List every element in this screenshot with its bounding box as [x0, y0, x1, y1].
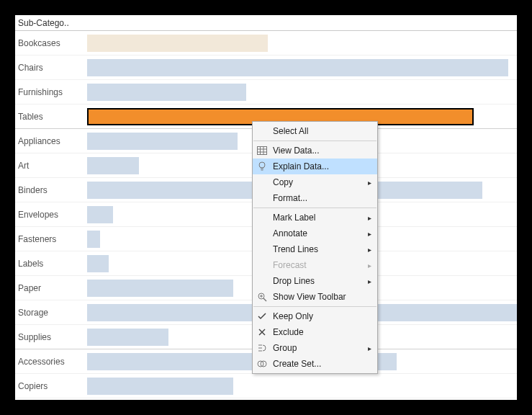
bar-cell — [87, 80, 517, 104]
row-label[interactable]: Binders — [15, 185, 87, 195]
submenu-arrow-icon: ▸ — [364, 262, 371, 269]
bar-cell — [87, 55, 517, 79]
group-icon — [256, 342, 269, 354]
context-menu: Select AllView Data...Explain Data...Cop… — [252, 121, 378, 374]
row-label[interactable]: Fasteners — [15, 234, 87, 244]
table-row: Furnishings — [15, 80, 517, 104]
bar[interactable] — [87, 378, 233, 395]
menu-item-label: Format... — [273, 193, 371, 203]
row-label[interactable]: Bookcases — [15, 38, 87, 48]
submenu-arrow-icon: ▸ — [364, 246, 371, 254]
bar[interactable] — [87, 231, 100, 248]
row-label[interactable]: Accessories — [15, 357, 87, 367]
table-icon — [256, 145, 269, 156]
zoom-icon — [256, 291, 269, 303]
menu-item-label: Drop Lines — [273, 276, 364, 286]
menu-item[interactable]: Annotate▸ — [253, 226, 377, 241]
menu-item-label: Create Set... — [273, 359, 371, 369]
menu-item-label: View Data... — [273, 146, 371, 156]
bar[interactable] — [87, 133, 238, 150]
set-icon — [256, 358, 269, 370]
row-label[interactable]: Copiers — [15, 381, 87, 391]
submenu-arrow-icon: ▸ — [364, 230, 371, 238]
bar-cell — [87, 374, 517, 398]
menu-item-label: Exclude — [273, 327, 371, 337]
blank-icon — [256, 177, 269, 188]
submenu-arrow-icon: ▸ — [364, 214, 371, 222]
column-header-subcategory[interactable]: Sub-Catego.. — [15, 18, 87, 28]
row-label[interactable]: Tables — [15, 112, 87, 122]
blank-icon — [256, 228, 269, 239]
bulb-icon — [256, 161, 269, 172]
menu-item-label: Keep Only — [273, 311, 371, 321]
blank-icon — [256, 259, 269, 271]
menu-item[interactable]: Select All — [253, 123, 377, 139]
bar[interactable] — [87, 35, 268, 52]
bar[interactable] — [87, 157, 139, 174]
table-row: Bookcases — [15, 31, 517, 55]
submenu-arrow-icon: ▸ — [364, 277, 371, 285]
blank-icon — [256, 192, 269, 204]
menu-item[interactable]: Show View Toolbar — [253, 289, 377, 305]
menu-item-label: Annotate — [273, 228, 364, 238]
menu-item[interactable]: Group▸ — [253, 340, 377, 356]
menu-item-label: Forecast — [273, 260, 364, 270]
menu-item[interactable]: Explain Data... — [253, 159, 377, 174]
table-row: Chairs — [15, 55, 517, 80]
menu-item[interactable]: Drop Lines▸ — [253, 273, 377, 289]
menu-item-label: Select All — [273, 126, 371, 136]
menu-item[interactable]: View Data... — [253, 143, 377, 159]
blank-icon — [256, 125, 269, 137]
menu-item-label: Group — [273, 343, 364, 353]
bar[interactable] — [87, 255, 109, 272]
menu-item[interactable]: Exclude — [253, 324, 377, 340]
row-label[interactable]: Supplies — [15, 332, 87, 342]
column-header-row: Sub-Catego.. — [15, 15, 517, 31]
table-row: Copiers — [15, 374, 517, 398]
row-label[interactable]: Chairs — [15, 63, 87, 73]
menu-separator — [253, 208, 377, 208]
bar[interactable] — [87, 280, 233, 297]
bar[interactable] — [87, 206, 113, 223]
row-label[interactable]: Appliances — [15, 136, 87, 146]
menu-item-label: Copy — [273, 177, 364, 187]
svg-point-5 — [259, 162, 265, 168]
menu-item: Forecast▸ — [253, 257, 377, 273]
svg-rect-0 — [258, 147, 267, 155]
menu-item[interactable]: Create Set... — [253, 356, 377, 372]
bar[interactable] — [87, 329, 168, 346]
menu-item[interactable]: Mark Label▸ — [253, 210, 377, 226]
check-icon — [256, 311, 269, 322]
menu-item-label: Explain Data... — [273, 161, 371, 171]
blank-icon — [256, 212, 269, 223]
submenu-arrow-icon: ▸ — [364, 179, 371, 187]
menu-item-label: Mark Label — [273, 213, 364, 223]
row-label[interactable]: Storage — [15, 308, 87, 318]
svg-line-9 — [263, 298, 266, 301]
submenu-arrow-icon: ▸ — [364, 344, 371, 352]
menu-item[interactable]: Keep Only — [253, 308, 377, 324]
row-label[interactable]: Art — [15, 161, 87, 171]
row-label[interactable]: Paper — [15, 283, 87, 293]
blank-icon — [256, 275, 269, 287]
blank-icon — [256, 244, 269, 255]
menu-item[interactable]: Trend Lines▸ — [253, 241, 377, 257]
row-label[interactable]: Furnishings — [15, 87, 87, 97]
menu-separator — [253, 140, 377, 141]
bar[interactable] — [87, 84, 246, 101]
menu-item[interactable]: Format... — [253, 190, 377, 206]
menu-item[interactable]: Copy▸ — [253, 174, 377, 190]
row-label[interactable]: Envelopes — [15, 210, 87, 220]
bar[interactable] — [87, 59, 508, 76]
x-icon — [256, 326, 269, 338]
menu-item-label: Show View Toolbar — [273, 292, 371, 302]
menu-item-label: Trend Lines — [273, 244, 364, 254]
menu-separator — [253, 306, 377, 307]
row-label[interactable]: Labels — [15, 259, 87, 269]
bar-cell — [87, 31, 517, 55]
